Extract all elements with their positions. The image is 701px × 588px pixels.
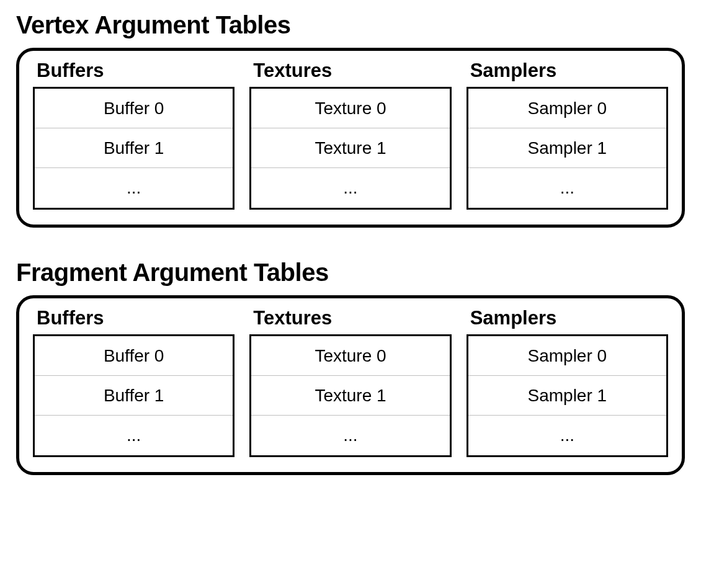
vertex-section: Vertex Argument Tables Buffers Buffer 0 … (16, 11, 685, 228)
vertex-buffer-row: Buffer 0 (35, 89, 233, 128)
fragment-buffer-row: Buffer 1 (35, 376, 233, 416)
vertex-buffer-row: Buffer 1 (35, 128, 233, 168)
fragment-sampler-row: Sampler 1 (468, 376, 666, 416)
vertex-panel: Buffers Buffer 0 Buffer 1 ... Textures T… (16, 48, 685, 228)
vertex-sampler-row: ... (468, 168, 666, 208)
vertex-samplers-table: Sampler 0 Sampler 1 ... (467, 87, 668, 210)
vertex-textures-column: Textures Texture 0 Texture 1 ... (249, 60, 451, 210)
vertex-texture-row: ... (251, 168, 449, 208)
vertex-sampler-row: Sampler 0 (468, 89, 666, 128)
diagram-root: Vertex Argument Tables Buffers Buffer 0 … (0, 0, 701, 525)
fragment-textures-table: Texture 0 Texture 1 ... (249, 334, 451, 457)
vertex-textures-title: Textures (253, 60, 451, 82)
vertex-buffer-row: ... (35, 168, 233, 208)
vertex-samplers-title: Samplers (470, 60, 668, 82)
fragment-section-title: Fragment Argument Tables (16, 259, 685, 287)
fragment-samplers-title: Samplers (470, 307, 668, 329)
vertex-texture-row: Texture 1 (251, 128, 449, 168)
vertex-buffers-column: Buffers Buffer 0 Buffer 1 ... (33, 60, 234, 210)
fragment-buffers-title: Buffers (37, 307, 234, 329)
vertex-buffers-table: Buffer 0 Buffer 1 ... (33, 87, 234, 210)
fragment-sampler-row: ... (468, 416, 666, 455)
fragment-textures-title: Textures (253, 307, 451, 329)
fragment-buffer-row: Buffer 0 (35, 336, 233, 376)
fragment-samplers-table: Sampler 0 Sampler 1 ... (467, 334, 668, 457)
fragment-buffer-row: ... (35, 416, 233, 455)
fragment-textures-column: Textures Texture 0 Texture 1 ... (249, 307, 451, 457)
vertex-samplers-column: Samplers Sampler 0 Sampler 1 ... (467, 60, 668, 210)
fragment-sampler-row: Sampler 0 (468, 336, 666, 376)
fragment-samplers-column: Samplers Sampler 0 Sampler 1 ... (467, 307, 668, 457)
vertex-sampler-row: Sampler 1 (468, 128, 666, 168)
vertex-section-title: Vertex Argument Tables (16, 11, 685, 39)
fragment-panel: Buffers Buffer 0 Buffer 1 ... Textures T… (16, 295, 685, 475)
vertex-buffers-title: Buffers (37, 60, 234, 82)
fragment-texture-row: ... (251, 416, 449, 455)
fragment-texture-row: Texture 0 (251, 336, 449, 376)
fragment-buffers-table: Buffer 0 Buffer 1 ... (33, 334, 234, 457)
vertex-texture-row: Texture 0 (251, 89, 449, 128)
fragment-texture-row: Texture 1 (251, 376, 449, 416)
fragment-section: Fragment Argument Tables Buffers Buffer … (16, 259, 685, 475)
fragment-buffers-column: Buffers Buffer 0 Buffer 1 ... (33, 307, 234, 457)
vertex-textures-table: Texture 0 Texture 1 ... (249, 87, 451, 210)
